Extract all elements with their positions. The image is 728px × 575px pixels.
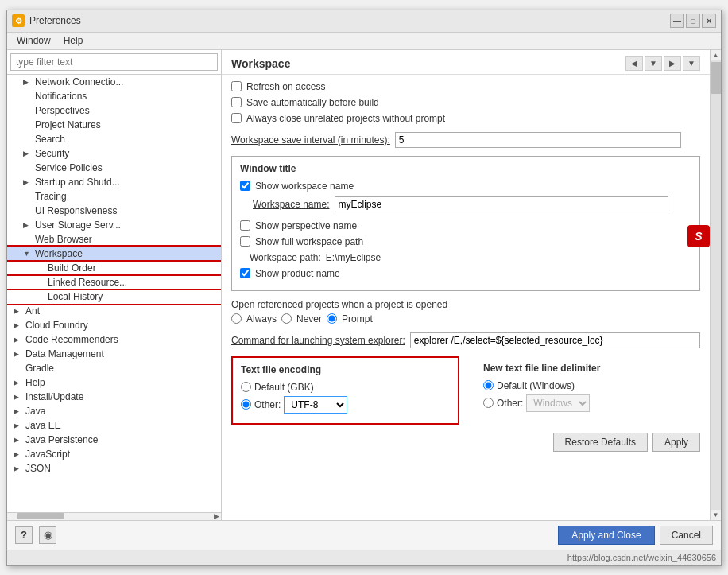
prefs-scrollbar[interactable]: ▲ ▼ <box>710 50 721 520</box>
tree-item-build-order[interactable]: Build Order <box>7 261 221 275</box>
tree-arrow-java: ▶ <box>14 407 23 415</box>
prefs-nav-back[interactable]: ◀ <box>625 56 643 71</box>
window-title-section: Window title Show workspace name Workspa… <box>231 156 700 291</box>
close-button[interactable]: ✕ <box>702 14 716 28</box>
tree-arrow-cloud-foundry: ▶ <box>14 321 23 329</box>
prefs-nav-dropdown[interactable]: ▼ <box>645 56 662 71</box>
tree-item-perspectives[interactable]: Perspectives <box>7 103 221 118</box>
tree-item-service-policies[interactable]: Service Policies <box>7 161 221 175</box>
dialog-footer: ? ◉ Apply and Close Cancel <box>7 520 721 550</box>
radio-encoding-other[interactable] <box>241 399 251 410</box>
menu-window[interactable]: Window <box>10 33 57 48</box>
maximize-button[interactable]: □ <box>686 14 700 28</box>
show-perspective-label: Show perspective name <box>255 220 357 231</box>
tree-search-area <box>7 50 221 75</box>
tree-item-security[interactable]: ▶ Security <box>7 146 221 161</box>
workspace-name-input[interactable] <box>335 196 668 212</box>
tree-item-code-recommenders[interactable]: ▶ Code Recommenders <box>7 332 221 347</box>
tree-item-ant[interactable]: ▶ Ant <box>7 304 221 318</box>
tree-item-cloud-foundry[interactable]: ▶ Cloud Foundry <box>7 318 221 332</box>
checkbox-refresh-label: Refresh on access <box>246 81 325 92</box>
tree-arrow-java-persistence: ▶ <box>14 436 23 444</box>
show-perspective-checkbox[interactable] <box>240 220 250 231</box>
save-interval-input[interactable] <box>395 132 681 148</box>
tree-item-notifications[interactable]: Notifications <box>7 89 221 103</box>
radio-encoding-default[interactable] <box>241 382 251 392</box>
cancel-button[interactable]: Cancel <box>660 526 713 545</box>
checkbox-refresh-input[interactable] <box>231 81 242 91</box>
tree-item-startup[interactable]: ▶ Startup and Shutd... <box>7 175 221 189</box>
show-perspective-row: Show perspective name <box>240 220 691 231</box>
menu-help[interactable]: Help <box>57 33 90 48</box>
newline-select[interactable]: Windows Unix Mac <box>526 394 590 412</box>
minimize-button[interactable]: — <box>670 14 684 28</box>
tree-item-project-natures[interactable]: Project Natures <box>7 118 221 132</box>
filter-input[interactable] <box>10 53 218 71</box>
scrollbar-down-arrow[interactable]: ▼ <box>711 510 721 520</box>
prefs-header: Workspace ◀ ▼ ▶ ▼ <box>222 50 710 75</box>
radio-newline-other[interactable] <box>483 398 494 408</box>
tree-item-tracing[interactable]: Tracing <box>7 189 221 204</box>
preferences-icon-button[interactable]: ◉ <box>39 526 56 544</box>
tree-item-java[interactable]: ▶ Java <box>7 404 221 418</box>
tree-item-java-persistence[interactable]: ▶ Java Persistence <box>7 433 221 447</box>
window-icon: ⚙ <box>12 14 25 27</box>
scroll-right-arrow[interactable]: ▶ <box>214 512 219 520</box>
open-referenced-label: Open referenced projects when a project … <box>231 299 700 310</box>
tree-item-ui-resp[interactable]: UI Responsiveness <box>7 204 221 218</box>
radio-always[interactable] <box>231 313 242 324</box>
encoding-default-row: Default (GBK) <box>241 382 450 393</box>
workspace-name-row: Workspace name: <box>253 196 691 212</box>
tree-item-web-browser[interactable]: Web Browser <box>7 232 221 247</box>
tree-item-javascript[interactable]: ▶ JavaScript <box>7 447 221 461</box>
show-product-name-checkbox[interactable] <box>240 268 250 278</box>
prefs-nav-forward[interactable]: ▶ <box>664 56 681 71</box>
tree-arrow-json: ▶ <box>14 464 23 472</box>
checkbox-close-unrelated: Always close unrelated projects without … <box>231 113 700 124</box>
tree-item-help[interactable]: ▶ Help <box>7 375 221 390</box>
command-row: Command for launching system explorer: <box>231 332 700 348</box>
tree-arrow-install-update: ▶ <box>14 393 23 401</box>
restore-defaults-button[interactable]: Restore Defaults <box>553 433 648 452</box>
radio-prompt[interactable] <box>327 313 337 324</box>
tree-horizontal-scrollbar[interactable]: ▶ <box>7 512 221 520</box>
command-input[interactable] <box>410 332 700 348</box>
tree-arrow-code-recommenders: ▶ <box>14 336 23 344</box>
checkbox-save-input[interactable] <box>231 97 242 107</box>
tree-arrow-java-ee: ▶ <box>14 422 23 429</box>
radio-newline-default[interactable] <box>483 380 494 390</box>
tree-item-network[interactable]: ▶ Network Connectio... <box>7 75 221 89</box>
tree-list: ▶ Network Connectio... Notifications Per… <box>7 75 221 512</box>
scrollbar-up-arrow[interactable]: ▲ <box>711 50 721 60</box>
show-full-workspace-row: Show full workspace path <box>240 236 691 247</box>
tree-item-local-history[interactable]: Local History <box>7 289 221 304</box>
radio-never[interactable] <box>281 313 292 324</box>
show-full-workspace-checkbox[interactable] <box>240 236 250 247</box>
encoding-select[interactable]: UTF-8 GBK ISO-8859-1 UTF-16 <box>284 396 347 414</box>
tree-arrow-data-management: ▶ <box>14 350 23 358</box>
window-title-section-label: Window title <box>240 163 691 174</box>
tree-item-java-ee[interactable]: ▶ Java EE <box>7 418 221 433</box>
tree-item-gradle[interactable]: Gradle <box>7 361 221 375</box>
prefs-nav-forward2[interactable]: ▼ <box>683 56 700 71</box>
help-button[interactable]: ? <box>15 526 33 544</box>
show-full-workspace-label: Show full workspace path <box>255 236 363 247</box>
apply-and-close-button[interactable]: Apply and Close <box>558 526 654 545</box>
radio-always-label: Always <box>246 313 277 324</box>
checkbox-close-input[interactable] <box>231 113 242 123</box>
tree-item-user-storage[interactable]: ▶ User Storage Serv... <box>7 218 221 232</box>
checkbox-save-label: Save automatically before build <box>246 97 379 108</box>
title-bar: ⚙ Preferences — □ ✕ <box>7 10 721 33</box>
tree-item-search[interactable]: Search <box>7 132 221 146</box>
text-encoding-box: Text file encoding Default (GBK) Other: … <box>231 356 459 425</box>
tree-item-json[interactable]: ▶ JSON <box>7 461 221 476</box>
restore-apply-row: Restore Defaults Apply <box>231 433 700 452</box>
tree-item-data-management[interactable]: ▶ Data Management <box>7 347 221 361</box>
tree-item-install-update[interactable]: ▶ Install/Update <box>7 390 221 404</box>
tree-item-linked-resources[interactable]: Linked Resource... <box>7 275 221 289</box>
workspace-path-label: Workspace path: <box>250 252 321 263</box>
tree-arrow-startup: ▶ <box>23 178 33 186</box>
show-workspace-name-checkbox[interactable] <box>240 181 250 191</box>
apply-button[interactable]: Apply <box>652 433 700 452</box>
tree-item-workspace[interactable]: ▼ Workspace <box>7 247 221 261</box>
